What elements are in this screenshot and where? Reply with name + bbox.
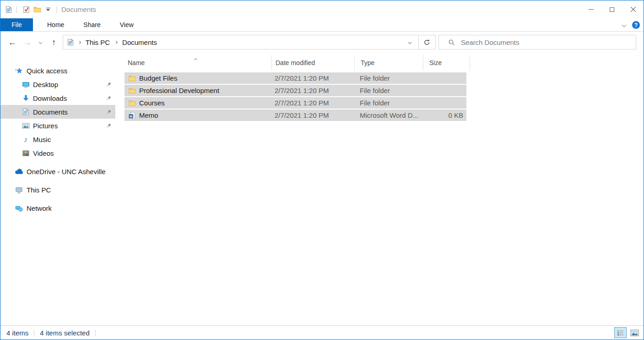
recent-locations-button[interactable] [34,34,47,50]
breadcrumb-documents[interactable]: Documents [118,35,161,49]
picture-icon [21,122,30,130]
file-size: 0 KB [422,111,466,119]
file-date-modified: 2/7/2021 1:20 PM [271,74,354,82]
folder-icon [128,87,136,94]
sidebar-item-label: Pictures [33,122,58,130]
tab-home[interactable]: Home [38,18,74,31]
titlebar: Documents [0,0,644,18]
statusbar-divider [95,329,96,336]
expand-ribbon-chevron-icon[interactable] [622,23,627,27]
folder-icon [128,99,136,107]
file-name: Courses [139,99,165,107]
sidebar-item-label: Music [33,136,51,143]
sidebar-item-label: Documents [33,108,68,116]
selection-count: 4 items selected [40,329,89,337]
window-document-icon [5,6,13,13]
sidebar-item-label: Videos [33,149,54,157]
column-header-type[interactable]: Type [355,55,423,71]
help-button[interactable]: ? [632,21,640,29]
sidebar-item-desktop[interactable]: Desktop [0,77,115,91]
sidebar-item-documents[interactable]: Documents [0,105,115,119]
close-icon [630,6,636,12]
sidebar-item-network[interactable]: Network [0,201,115,215]
window-title: Documents [61,5,96,13]
address-dropdown-button[interactable] [402,35,418,49]
sidebar-item-label: Downloads [33,94,67,102]
main-area: Quick access Desktop Downloads [0,53,644,325]
column-header-date-modified[interactable]: Date modified [272,55,355,71]
column-header-size[interactable]: Size [423,55,470,71]
sort-ascending-icon [195,55,197,62]
address-bar[interactable]: This PC Documents [63,35,436,49]
file-row-budget-files[interactable]: Budget Files 2/7/2021 1:20 PM File folde… [124,72,466,84]
column-header-name[interactable]: Name [124,55,272,71]
file-date-modified: 2/7/2021 1:20 PM [271,87,354,94]
minimize-button[interactable] [580,0,601,18]
back-button[interactable]: ← [4,34,21,50]
close-button[interactable] [622,0,644,18]
sidebar-item-music[interactable]: ♪ Music [0,132,115,146]
maximize-button[interactable] [601,0,622,18]
thumbnail-view-button[interactable] [628,327,641,338]
forward-button[interactable]: → [21,34,34,50]
file-row-professional-development[interactable]: Professional Development 2/7/2021 1:20 P… [124,85,466,96]
file-date-modified: 2/7/2021 1:20 PM [271,111,354,119]
ribbon-tab-bar: File Home Share View ? [0,18,644,32]
navigation-pane: Quick access Desktop Downloads [0,53,115,325]
sidebar-item-quick-access[interactable]: Quick access [0,64,115,77]
sidebar-item-label: Desktop [33,81,58,88]
breadcrumb-chevron-icon[interactable] [78,41,81,44]
details-view-button[interactable] [614,327,627,338]
pin-icon [106,95,112,101]
file-row-courses[interactable]: Courses 2/7/2021 1:20 PM File folder [124,97,466,109]
tab-file[interactable]: File [0,18,33,31]
file-explorer-window: Documents File Home Share View ? ← → ↑ [0,0,644,340]
qat-new-folder-button[interactable] [32,4,43,16]
navigation-bar: ← → ↑ This PC Documents [0,32,644,53]
sidebar-item-label: Quick access [27,67,67,75]
sidebar-item-this-pc[interactable]: This PC [0,183,115,197]
file-name: Budget Files [139,74,177,82]
thumbnail-view-icon [630,329,639,336]
document-icon [21,108,30,115]
sidebar-item-onedrive[interactable]: OneDrive - UNC Asheville [0,165,115,178]
search-input[interactable] [461,38,636,46]
qat-dropdown-bar [46,8,50,8]
location-document-icon [67,38,74,46]
folder-icon [128,75,136,82]
refresh-icon [423,39,430,46]
sidebar-item-pictures[interactable]: Pictures [0,119,115,132]
window-controls [580,0,644,18]
breadcrumb-chevron-icon[interactable] [115,41,117,44]
folder-icon [33,5,41,13]
file-type: File folder [354,87,422,94]
word-document-icon [128,112,136,119]
refresh-button[interactable] [418,35,435,49]
file-row-memo[interactable]: Memo 2/7/2021 1:20 PM Microsoft Word D..… [124,110,466,121]
network-icon [14,204,23,212]
up-button[interactable]: ↑ [47,34,61,50]
checkmark-box-icon [22,5,30,13]
file-type: File folder [354,74,422,82]
sidebar-item-label: OneDrive - UNC Asheville [27,168,106,175]
tab-share[interactable]: Share [74,18,110,31]
search-icon [448,39,455,46]
tab-view[interactable]: View [110,18,143,31]
search-box [438,35,636,49]
download-arrow-icon [21,94,30,102]
quick-access-star-icon [14,67,23,75]
chevron-down-icon [408,40,411,44]
titlebar-divider [16,6,17,13]
item-count: 4 items [6,329,28,337]
up-arrow-icon: ↑ [52,38,56,47]
qat-checkmark-button[interactable] [21,4,32,16]
sidebar-item-downloads[interactable]: Downloads [0,91,115,105]
maximize-icon [610,7,614,12]
music-note-icon: ♪ [21,136,30,143]
sidebar-item-videos[interactable]: Videos [0,146,115,160]
qat-customize-dropdown[interactable] [43,8,53,11]
forward-arrow-icon: → [23,38,32,47]
file-type: Microsoft Word D... [354,111,422,119]
computer-icon [14,186,23,194]
breadcrumb-this-pc[interactable]: This PC [81,35,114,49]
